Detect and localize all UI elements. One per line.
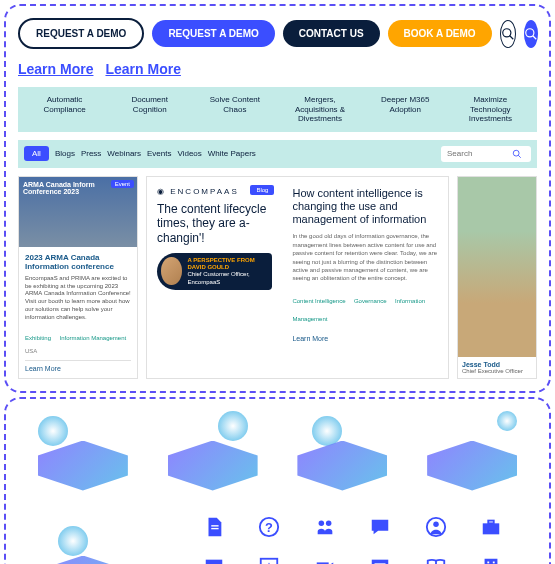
event-card-desc: EncompaaS and PRIMA are excited to be ex… <box>25 275 131 322</box>
svg-point-11 <box>326 520 332 526</box>
filter-events[interactable]: Events <box>147 149 171 158</box>
svg-point-0 <box>502 28 510 36</box>
search-icon <box>512 149 522 159</box>
filter-bar: All Blogs Press Webinars Events Videos W… <box>18 140 537 168</box>
blog-card-right: How content intelligence is changing the… <box>282 177 448 378</box>
person-card[interactable]: Jesse Todd Chief Executive Officer <box>457 176 537 379</box>
nav-item-mergers-acquisitions[interactable]: Mergers, Acquisitions & Divestments <box>288 95 353 124</box>
svg-rect-27 <box>493 561 495 563</box>
briefcase-icon[interactable] <box>480 516 502 538</box>
blog-card[interactable]: Blog ◉ ENCOMPAAS The content lifecycle t… <box>146 176 449 379</box>
filter-whitepapers[interactable]: White Papers <box>208 149 256 158</box>
perspective-label: A PERSPECTIVE FROM DAVID GOULD <box>188 257 269 271</box>
book-demo-button[interactable]: BOOK A DEMO <box>388 20 492 47</box>
list-icon[interactable] <box>369 556 391 564</box>
svg-point-13 <box>433 521 439 527</box>
svg-point-2 <box>525 28 533 36</box>
nav-item-automatic-compliance[interactable]: Automatic Compliance <box>32 95 97 124</box>
svg-line-3 <box>532 35 536 39</box>
top-nav: Automatic Compliance Document Cognition … <box>18 87 537 132</box>
svg-rect-6 <box>211 525 218 526</box>
person-role: Chief Executive Officer <box>462 368 532 374</box>
video-icon[interactable] <box>314 556 336 564</box>
filter-all[interactable]: All <box>24 146 49 161</box>
search-box <box>441 146 531 162</box>
event-country: USA <box>25 348 131 354</box>
nav-item-document-cognition[interactable]: Document Cognition <box>117 95 182 124</box>
svg-text:?: ? <box>265 519 273 534</box>
svg-rect-26 <box>488 561 490 563</box>
svg-line-1 <box>509 35 513 39</box>
filter-blogs[interactable]: Blogs <box>55 149 75 158</box>
icons-grid: ? <box>168 516 537 564</box>
button-row: REQUEST A DEMO REQUEST A DEMO CONTACT US… <box>18 18 537 49</box>
event-tag-2: Information Management <box>59 335 126 341</box>
svg-rect-16 <box>206 559 223 564</box>
event-card[interactable]: Event ARMA Canada Inform Conference 2023… <box>18 176 138 379</box>
event-card-image: Event ARMA Canada Inform Conference 2023 <box>19 177 137 247</box>
document-icon[interactable] <box>203 516 225 538</box>
event-card-body: 2023 ARMA Canada Information conference … <box>19 247 137 378</box>
person-name: Jesse Todd <box>462 361 532 368</box>
author-block: A PERSPECTIVE FROM DAVID GOULD Chief Cus… <box>157 253 272 290</box>
blog-title-right: How content intelligence is changing the… <box>292 187 438 227</box>
isometric-illustration-4 <box>417 411 527 501</box>
isometric-row-top <box>18 411 537 501</box>
author-role: Chief Customer Officer, EncompaaS <box>188 271 269 285</box>
nav-item-maximize-tech[interactable]: Maximize Technology Investments <box>458 95 523 124</box>
help-icon[interactable]: ? <box>258 516 280 538</box>
blog-desc: In the good old days of information gove… <box>292 232 438 282</box>
event-learn-more[interactable]: Learn More <box>25 360 131 372</box>
nav-item-deeper-m365[interactable]: Deeper M365 Adoption <box>373 95 438 124</box>
request-demo-outline-button[interactable]: REQUEST A DEMO <box>18 18 144 49</box>
bottom-row: ? <box>18 516 537 564</box>
nav-item-solve-content-chaos[interactable]: Solve Content Chaos <box>202 95 267 124</box>
search-icon <box>501 27 515 41</box>
group-icon[interactable] <box>314 516 336 538</box>
event-card-title: 2023 ARMA Canada Information conference <box>25 253 131 271</box>
filter-webinars[interactable]: Webinars <box>107 149 141 158</box>
learn-more-link-1[interactable]: Learn More <box>18 61 93 77</box>
book-icon[interactable] <box>425 556 447 564</box>
event-badge: Event <box>111 180 134 188</box>
search-white-button[interactable] <box>500 20 516 48</box>
isometric-illustration-5 <box>18 516 148 564</box>
isometric-illustration-1 <box>28 411 138 501</box>
blog-tag-2: Governance <box>354 298 387 304</box>
building-icon[interactable] <box>480 556 502 564</box>
contact-us-button[interactable]: CONTACT US <box>283 20 380 47</box>
bottom-panel: ? <box>4 397 551 564</box>
isometric-illustration-2 <box>158 411 268 501</box>
logo-text: ENCOMPAAS <box>170 187 239 196</box>
svg-point-4 <box>513 150 519 156</box>
svg-point-10 <box>318 520 324 526</box>
person-card-body: Jesse Todd Chief Executive Officer <box>458 357 536 378</box>
blog-learn-more[interactable]: Learn More <box>292 331 438 342</box>
isometric-illustration-3 <box>287 411 397 501</box>
top-panel: REQUEST A DEMO REQUEST A DEMO CONTACT US… <box>4 4 551 393</box>
filter-press[interactable]: Press <box>81 149 101 158</box>
search-icon <box>524 27 538 41</box>
svg-rect-14 <box>483 523 500 534</box>
blog-tags: Content Intelligence Governance Informat… <box>292 289 438 325</box>
chat-icon[interactable] <box>369 516 391 538</box>
svg-rect-15 <box>489 520 495 523</box>
user-icon[interactable] <box>425 516 447 538</box>
links-row: Learn More Learn More <box>18 61 537 77</box>
search-blue-button[interactable] <box>524 20 538 48</box>
request-demo-blue-button[interactable]: REQUEST A DEMO <box>152 20 274 47</box>
blog-badge: Blog <box>250 185 274 195</box>
avatar <box>161 257 182 285</box>
blog-tag-1: Content Intelligence <box>292 298 345 304</box>
search-input[interactable] <box>447 149 512 158</box>
author-text: A PERSPECTIVE FROM DAVID GOULD Chief Cus… <box>188 257 269 286</box>
monitor-icon[interactable] <box>203 556 225 564</box>
person-photo <box>458 177 536 357</box>
svg-rect-25 <box>485 558 498 564</box>
learn-more-link-2[interactable]: Learn More <box>105 61 180 77</box>
svg-line-5 <box>518 155 521 158</box>
svg-rect-7 <box>211 527 218 528</box>
star-frame-icon[interactable] <box>258 556 280 564</box>
filter-videos[interactable]: Videos <box>177 149 201 158</box>
blog-card-left: Blog ◉ ENCOMPAAS The content lifecycle t… <box>147 177 282 378</box>
